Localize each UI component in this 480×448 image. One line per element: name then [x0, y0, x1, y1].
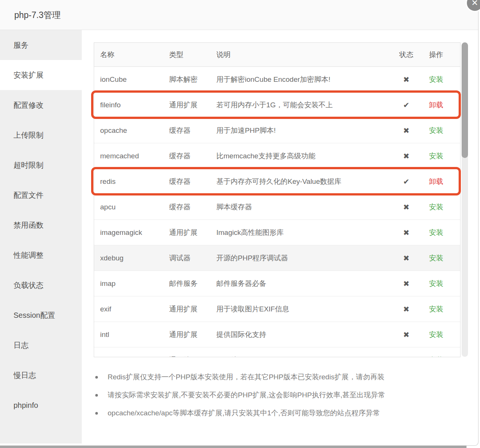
cell-type: 缓存器 — [169, 202, 216, 212]
cell-desc: 基于内存亦可持久化的Key-Value数据库 — [216, 177, 390, 186]
php-manage-dialog: php-7.3管理 服务安装扩展配置修改上传限制超时限制配置文件禁用函数性能调整… — [0, 0, 478, 446]
uninstall-link-fileinfo[interactable]: 卸载 — [429, 101, 443, 109]
cell-name: intl — [94, 331, 169, 339]
install-link-calendar[interactable]: 安装 — [429, 356, 443, 358]
header-action: 操作 — [422, 50, 460, 60]
note-item: 请按实际需求安装扩展,不要安装不必要的PHP扩展,这会影响PHP执行效率,甚至出… — [94, 389, 470, 401]
table-row-imagemagick: imagemagick通用扩展Imagick高性能图形库✖安装 — [94, 220, 460, 245]
cell-type: 通用扩展 — [169, 330, 216, 340]
cell-action: 安装 — [422, 279, 460, 289]
sidebar-item-Session配置[interactable]: Session配置 — [0, 300, 82, 330]
cell-desc: 提供国际化支持 — [216, 330, 390, 340]
install-link-memcached[interactable]: 安装 — [429, 152, 443, 160]
not-installed-x-icon: ✖ — [390, 203, 422, 212]
table-body: ionCube脚本解密用于解密ionCube Encoder加密脚本!✖安装fi… — [94, 67, 460, 357]
bullet-icon — [95, 394, 98, 397]
sidebar-item-上传限制[interactable]: 上传限制 — [0, 120, 82, 150]
sidebar-item-配置修改[interactable]: 配置修改 — [0, 90, 82, 120]
not-installed-x-icon: ✖ — [390, 126, 422, 135]
not-installed-x-icon: ✖ — [390, 305, 422, 314]
cell-type: 调试器 — [169, 253, 216, 263]
not-installed-x-icon: ✖ — [390, 254, 422, 263]
cell-desc: 若可用内存小于1G，可能会安装不上 — [216, 100, 390, 110]
cell-action: 安装 — [422, 304, 460, 314]
install-link-xdebug[interactable]: 安装 — [429, 254, 443, 262]
install-link-apcu[interactable]: 安装 — [429, 203, 443, 211]
install-link-opcache[interactable]: 安装 — [429, 126, 443, 134]
installed-check-icon: ✔ — [390, 177, 422, 186]
cell-name: memcached — [94, 152, 169, 160]
sidebar-item-服务[interactable]: 服务 — [0, 30, 82, 60]
install-link-imagemagick[interactable]: 安装 — [429, 229, 443, 236]
cell-type: 缓存器 — [169, 126, 216, 135]
uninstall-link-redis[interactable]: 卸载 — [429, 177, 443, 185]
header-name: 名称 — [94, 50, 169, 60]
cell-action: 安装 — [422, 126, 460, 135]
not-installed-x-icon: ✖ — [390, 330, 422, 339]
install-link-intl[interactable]: 安装 — [429, 331, 443, 338]
cell-desc: 日历扩展 — [216, 355, 390, 358]
table-header-row: 名称 类型 说明 状态 操作 — [94, 43, 460, 67]
install-link-imap[interactable]: 安装 — [429, 280, 443, 287]
note-item: opcache/xcache/apc等脚本缓存扩展,请只安装其中1个,否则可能导… — [94, 407, 470, 419]
cell-desc: 比memcache支持更多高级功能 — [216, 151, 390, 161]
not-installed-x-icon: ✖ — [390, 228, 422, 237]
not-installed-x-icon: ✖ — [390, 356, 422, 358]
cell-name: calendar — [94, 356, 169, 358]
install-link-ionCube[interactable]: 安装 — [429, 75, 443, 83]
scrollbar-thumb[interactable] — [462, 42, 468, 158]
table-row-memcached: memcached缓存器比memcache支持更多高级功能✖安装 — [94, 143, 460, 169]
sidebar-item-日志[interactable]: 日志 — [0, 330, 82, 360]
install-link-exif[interactable]: 安装 — [429, 305, 443, 313]
header-type: 类型 — [169, 50, 216, 60]
note-text: opcache/xcache/apc等脚本缓存扩展,请只安装其中1个,否则可能导… — [108, 407, 380, 419]
cell-type: 通用扩展 — [169, 228, 216, 238]
header-status: 状态 — [390, 50, 422, 60]
cell-action: 安装 — [422, 228, 460, 238]
table-row-xdebug: xdebug调试器开源的PHP程序调试器✖安装 — [94, 245, 460, 271]
cell-name: xdebug — [94, 254, 169, 262]
dialog-titlebar: php-7.3管理 — [0, 0, 478, 30]
bullet-icon — [95, 412, 98, 415]
note-text: 请按实际需求安装扩展,不要安装不必要的PHP扩展,这会影响PHP执行效率,甚至出… — [108, 389, 385, 401]
cell-action: 卸载 — [422, 100, 460, 110]
sidebar-item-phpinfo[interactable]: phpinfo — [0, 390, 82, 420]
table-row-redis: redis缓存器基于内存亦可持久化的Key-Value数据库✔卸载 — [94, 169, 460, 194]
cell-name: ionCube — [94, 75, 169, 84]
sidebar-item-超时限制[interactable]: 超时限制 — [0, 150, 82, 180]
cell-action: 安装 — [422, 151, 460, 161]
table-row-ionCube: ionCube脚本解密用于解密ionCube Encoder加密脚本!✖安装 — [94, 67, 460, 92]
cell-name: imagemagick — [94, 229, 169, 237]
table-row-fileinfo: fileinfo通用扩展若可用内存小于1G，可能会安装不上✔卸载 — [94, 92, 460, 118]
cell-name: exif — [94, 305, 169, 313]
cell-type: 通用扩展 — [169, 355, 216, 358]
sidebar-item-禁用函数[interactable]: 禁用函数 — [0, 210, 82, 240]
cell-action: 安装 — [422, 75, 460, 84]
installed-check-icon: ✔ — [390, 101, 422, 110]
dialog-title: php-7.3管理 — [14, 0, 61, 30]
cell-type: 通用扩展 — [169, 304, 216, 314]
cell-action: 安装 — [422, 355, 460, 358]
sidebar-item-性能调整[interactable]: 性能调整 — [0, 240, 82, 270]
cell-action: 安装 — [422, 202, 460, 212]
cell-desc: Imagick高性能图形库 — [216, 228, 390, 238]
sidebar-item-负载状态[interactable]: 负载状态 — [0, 270, 82, 300]
header-desc: 说明 — [216, 50, 390, 60]
extensions-table: 名称 类型 说明 状态 操作 ionCube脚本解密用于解密ionCube En… — [94, 42, 460, 357]
cell-desc: 开源的PHP程序调试器 — [216, 253, 390, 263]
cell-desc: 脚本缓存器 — [216, 202, 390, 212]
not-installed-x-icon: ✖ — [390, 75, 422, 84]
sidebar-item-安装扩展[interactable]: 安装扩展 — [0, 60, 82, 90]
table-row-opcache: opcache缓存器用于加速PHP脚本!✖安装 — [94, 118, 460, 143]
cell-type: 缓存器 — [169, 151, 216, 161]
cell-action: 安装 — [422, 330, 460, 340]
cell-name: redis — [94, 177, 169, 186]
cell-type: 缓存器 — [169, 177, 216, 186]
cell-name: opcache — [94, 126, 169, 135]
table-row-imap: imap邮件服务邮件服务器必备✖安装 — [94, 271, 460, 296]
bullet-icon — [95, 376, 98, 379]
sidebar-item-慢日志[interactable]: 慢日志 — [0, 360, 82, 390]
sidebar-item-配置文件[interactable]: 配置文件 — [0, 180, 82, 210]
cell-type: 脚本解密 — [169, 75, 216, 84]
cell-desc: 用于加速PHP脚本! — [216, 126, 390, 135]
